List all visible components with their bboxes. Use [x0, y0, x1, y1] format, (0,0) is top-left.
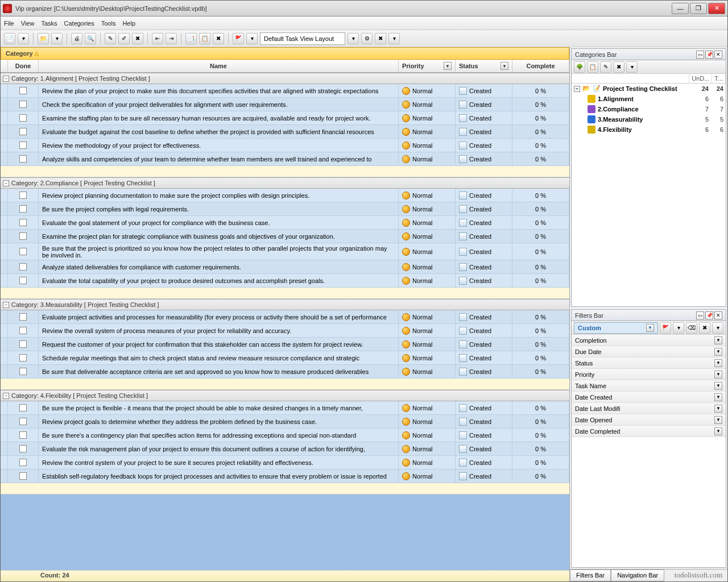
expand-icon[interactable]: − [574, 86, 580, 92]
category-item[interactable]: 4.Flexibility66 [572, 124, 726, 135]
edit2-icon[interactable]: ✐ [118, 33, 130, 44]
checkbox[interactable] [19, 327, 27, 334]
checkbox[interactable] [19, 431, 27, 439]
dropdown-icon[interactable]: ▾ [246, 33, 258, 44]
cat-icon[interactable]: 📑 [185, 33, 197, 44]
task-row[interactable]: Review project planning documentation to… [1, 189, 569, 202]
checkbox[interactable] [19, 445, 27, 452]
panel-dock-icon[interactable]: ▭ [696, 311, 704, 319]
dropdown-icon[interactable]: ▾ [18, 33, 29, 44]
maximize-button[interactable]: ❐ [690, 3, 707, 14]
task-row[interactable]: Evaluate the total capability of your pr… [1, 274, 569, 288]
checkbox[interactable] [19, 472, 27, 480]
chevron-down-icon[interactable]: ▼ [714, 427, 722, 435]
pin-icon[interactable]: 📌 [705, 51, 713, 59]
checkbox[interactable] [19, 404, 27, 411]
dropdown-icon[interactable]: ▾ [626, 61, 638, 73]
category-item[interactable]: 3.Measurability55 [572, 114, 726, 124]
minimize-button[interactable]: — [672, 3, 689, 14]
dropdown-icon[interactable]: ▾ [388, 33, 400, 44]
task-row[interactable]: Review the methodology of your project f… [1, 139, 569, 152]
checkbox[interactable] [19, 354, 27, 361]
new-icon[interactable]: 📄 [4, 33, 15, 44]
category-root[interactable]: − 📂 📝 Project Testing Checklist 24 24 [572, 84, 726, 94]
filter-row[interactable]: Date Last Modifi▼ [572, 403, 726, 414]
menu-tasks[interactable]: Tasks [41, 20, 57, 27]
menu-file[interactable]: File [4, 20, 14, 27]
panel-dock-icon[interactable]: ▭ [696, 51, 704, 59]
col-complete[interactable]: Complete [512, 60, 569, 72]
chevron-down-icon[interactable]: ▼ [714, 348, 722, 356]
tab-navigation-bar[interactable]: Navigation Bar [611, 569, 664, 581]
groupby-bar[interactable]: Category △ [1, 47, 569, 60]
checkbox[interactable] [19, 263, 27, 271]
filter-row[interactable]: Completion▼ [572, 335, 726, 346]
collapse-icon[interactable]: − [3, 393, 9, 399]
filter-row[interactable]: Due Date▼ [572, 346, 726, 357]
layout-selector[interactable]: Default Task View Layout [260, 32, 345, 45]
indent-left-icon[interactable]: ⇤ [152, 33, 163, 44]
task-row[interactable]: Examine the project plan for strategic c… [1, 230, 569, 243]
task-row[interactable]: Establish self-regulatory feedback loops… [1, 469, 569, 483]
chevron-down-icon[interactable]: ▼ [500, 62, 508, 70]
task-row[interactable]: Analyze skills and competencies of your … [1, 152, 569, 166]
group-header[interactable]: −Category: 4.Flexibility [ Project Testi… [1, 390, 569, 401]
chevron-down-icon[interactable]: ▼ [714, 416, 722, 424]
dropdown-icon[interactable]: ▾ [51, 33, 63, 44]
task-row[interactable]: Review the plan of your project to make … [1, 84, 569, 98]
chevron-down-icon[interactable]: ▼ [714, 382, 722, 390]
checkbox[interactable] [19, 205, 27, 213]
task-row[interactable]: Request the customer of your project for… [1, 338, 569, 351]
checkbox[interactable] [19, 219, 27, 226]
checkbox[interactable] [19, 114, 27, 122]
task-row[interactable]: Be sure there's a contingency plan that … [1, 429, 569, 442]
collapse-icon[interactable]: − [3, 302, 9, 308]
chevron-down-icon[interactable]: ▼ [444, 62, 452, 70]
folder-icon[interactable]: 📁 [38, 33, 49, 44]
col-done[interactable]: Done [8, 60, 39, 72]
checkbox[interactable] [19, 313, 27, 321]
checkbox[interactable] [19, 248, 27, 255]
chevron-down-icon[interactable]: ▼ [714, 336, 722, 344]
close-button[interactable]: ✕ [708, 3, 725, 14]
print-icon[interactable]: 🖨 [71, 33, 82, 44]
checkbox[interactable] [19, 459, 27, 466]
collapse-icon[interactable]: − [3, 180, 9, 186]
col-status[interactable]: Status▼ [456, 60, 512, 72]
col-name[interactable]: Name [39, 60, 399, 72]
checkbox[interactable] [19, 128, 27, 135]
col-priority[interactable]: Priority▼ [399, 60, 456, 72]
checkbox[interactable] [19, 155, 27, 163]
checkbox[interactable] [19, 368, 27, 375]
cat2-icon[interactable]: 📋 [199, 33, 210, 44]
group-header[interactable]: −Category: 2.Compliance [ Project Testin… [1, 177, 569, 189]
delete-icon[interactable]: ✖ [132, 33, 143, 44]
category-item[interactable]: 1.Alignment66 [572, 94, 726, 104]
task-row[interactable]: Evaluate project activities and processe… [1, 310, 569, 324]
task-row[interactable]: Analyze stated deliverables for complian… [1, 260, 569, 274]
menu-view[interactable]: View [21, 20, 35, 27]
edit-icon[interactable]: ✎ [600, 61, 611, 73]
category-item[interactable]: 2.Compliance77 [572, 104, 726, 114]
group-header[interactable]: −Category: 1.Alignment [ Project Testing… [1, 73, 569, 84]
delete-icon[interactable]: ✖ [613, 61, 624, 73]
task-row[interactable]: Review project goals to determine whethe… [1, 415, 569, 429]
clear-icon[interactable]: ⌫ [686, 322, 697, 334]
checkbox[interactable] [19, 142, 27, 149]
task-row[interactable]: Review the control system of your projec… [1, 456, 569, 469]
filter-row[interactable]: Date Created▼ [572, 392, 726, 403]
checkbox[interactable] [19, 232, 27, 240]
dropdown-icon[interactable]: ▾ [673, 322, 684, 334]
task-row[interactable]: Be sure the project complies with legal … [1, 202, 569, 216]
group-header[interactable]: −Category: 3.Measurability [ Project Tes… [1, 299, 569, 310]
apply-icon[interactable]: 🚩 [660, 322, 671, 334]
chevron-down-icon[interactable]: ▼ [714, 371, 722, 379]
task-row[interactable]: Review the overall system of process mea… [1, 324, 569, 338]
dropdown-icon[interactable]: ▾ [712, 322, 723, 334]
chevron-down-icon[interactable]: ▼ [714, 359, 722, 367]
filter-row[interactable]: Date Completed▼ [572, 426, 726, 437]
dropdown-icon[interactable]: ▾ [348, 33, 359, 44]
collapse-icon[interactable]: − [3, 76, 9, 82]
checkbox[interactable] [19, 340, 27, 348]
menu-help[interactable]: Help [122, 20, 135, 27]
